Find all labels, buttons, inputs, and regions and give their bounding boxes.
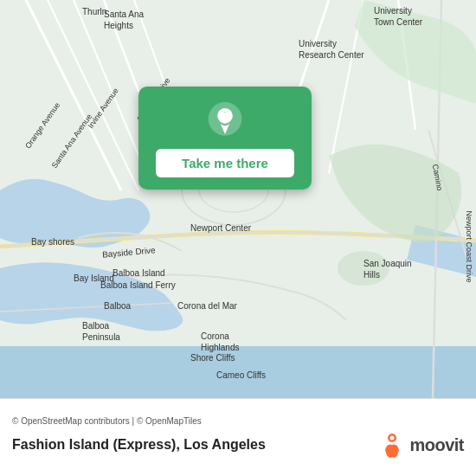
moovit-logo: moovit	[378, 431, 464, 459]
place-info-row: Fashion Island (Express), Los Angeles mo…	[12, 431, 464, 459]
attribution-text: © OpenStreetMap contributors | © OpenMap…	[12, 416, 464, 426]
take-me-there-button[interactable]: Take me there	[156, 149, 294, 177]
svg-point-21	[390, 436, 395, 441]
place-name: Fashion Island (Express), Los Angeles	[12, 437, 266, 453]
footer: © OpenStreetMap contributors | © OpenMap…	[0, 398, 476, 476]
moovit-brand-name: moovit	[409, 435, 464, 455]
moovit-icon	[378, 431, 406, 459]
map-container: Bay shores Newport Center Bay Island Bal…	[0, 0, 476, 398]
location-card: Take me there	[138, 87, 312, 190]
svg-point-15	[338, 251, 389, 286]
location-pin-icon	[206, 102, 244, 140]
svg-rect-1	[0, 346, 476, 398]
map-background	[0, 0, 476, 398]
